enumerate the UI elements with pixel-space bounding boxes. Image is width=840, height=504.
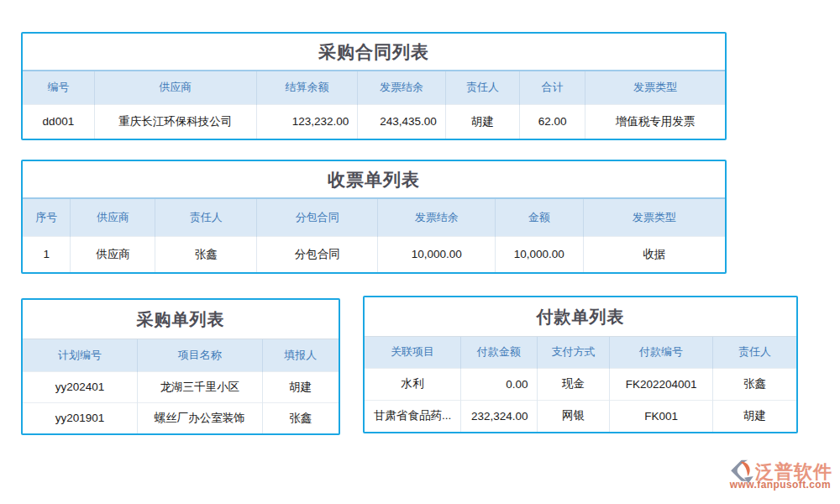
table-header-row: 计划编号项目名称填报人 xyxy=(23,339,339,371)
table-row[interactable]: 甘肃省食品药...232,324.00网银FK001胡建 xyxy=(365,400,796,432)
table-cell: 1 xyxy=(23,236,71,272)
column-header: 责任人 xyxy=(712,337,796,368)
column-header: 计划编号 xyxy=(23,339,137,371)
column-header: 发票结余 xyxy=(378,199,496,236)
column-header: 支付方式 xyxy=(537,337,610,368)
table-cell: 243,435.00 xyxy=(358,104,446,139)
column-header: 付款金额 xyxy=(461,337,537,368)
table-title: 收票单列表 xyxy=(23,161,725,199)
receipt-table: 序号供应商责任人分包合同发票结余金额发票类型1供应商张鑫分包合同10,000.0… xyxy=(23,199,725,272)
table-header-row: 序号供应商责任人分包合同发票结余金额发票类型 xyxy=(23,199,725,236)
table-cell: 现金 xyxy=(537,368,610,400)
column-header: 发票结余 xyxy=(358,71,446,104)
table-cell: 62.00 xyxy=(520,104,585,139)
purchase-order-table: 计划编号项目名称填报人yy202401龙湖三千里小区胡建yy201901螺丝厂办… xyxy=(23,339,339,433)
table-cell: 0.00 xyxy=(461,368,537,400)
logo-url: www.fanpusoft.com xyxy=(726,480,833,490)
table-title: 采购合同列表 xyxy=(23,34,725,71)
table-cell: 水利 xyxy=(365,368,461,400)
column-header: 编号 xyxy=(23,71,94,104)
table-cell: 供应商 xyxy=(71,236,155,272)
column-header: 序号 xyxy=(23,199,71,236)
column-header: 责任人 xyxy=(155,199,256,236)
purchase-order-list-panel: 采购单列表 计划编号项目名称填报人yy202401龙湖三千里小区胡建yy2019… xyxy=(21,298,340,435)
table-cell: 胡建 xyxy=(445,104,520,139)
column-header: 付款编号 xyxy=(610,337,712,368)
table-row[interactable]: yy202401龙湖三千里小区胡建 xyxy=(23,371,339,402)
table-cell: 分包合同 xyxy=(256,236,378,272)
table-row[interactable]: 1供应商张鑫分包合同10,000.0010,000.00收据 xyxy=(23,236,725,272)
table-cell: 收据 xyxy=(583,236,725,272)
column-header: 供应商 xyxy=(94,71,256,104)
payment-list-panel: 付款单列表 关联项目付款金额支付方式付款编号责任人水利0.00现金FK20220… xyxy=(363,296,798,433)
table-title: 采购单列表 xyxy=(23,300,339,339)
receipt-list-panel: 收票单列表 序号供应商责任人分包合同发票结余金额发票类型1供应商张鑫分包合同10… xyxy=(21,160,727,274)
column-header: 供应商 xyxy=(71,199,155,236)
table-cell: 胡建 xyxy=(262,371,339,402)
table-cell: 张鑫 xyxy=(155,236,256,272)
table-header-row: 编号供应商结算余额发票结余责任人合计发票类型 xyxy=(23,71,725,104)
table-cell: 甘肃省食品药... xyxy=(365,400,461,432)
fanpusoft-logo[interactable]: 泛普软件 www.fanpusoft.com xyxy=(726,459,833,490)
column-header: 结算余额 xyxy=(256,71,357,104)
table-cell: dd001 xyxy=(23,104,94,139)
table-cell: 张鑫 xyxy=(712,368,796,400)
table-cell: 10,000.00 xyxy=(378,236,496,272)
payment-table: 关联项目付款金额支付方式付款编号责任人水利0.00现金FK202204001张鑫… xyxy=(365,337,796,432)
column-header: 项目名称 xyxy=(137,339,262,371)
table-cell: FK202204001 xyxy=(610,368,712,400)
column-header: 发票类型 xyxy=(585,71,725,104)
table-cell: 123,232.00 xyxy=(256,104,357,139)
table-cell: 张鑫 xyxy=(262,402,339,433)
table-row[interactable]: 水利0.00现金FK202204001张鑫 xyxy=(365,368,796,400)
table-row[interactable]: yy201901螺丝厂办公室装饰张鑫 xyxy=(23,402,339,433)
column-header: 分包合同 xyxy=(256,199,378,236)
column-header: 金额 xyxy=(496,199,584,236)
column-header: 合计 xyxy=(520,71,585,104)
table-cell: yy202401 xyxy=(23,371,137,402)
table-cell: 龙湖三千里小区 xyxy=(137,371,262,402)
table-cell: 胡建 xyxy=(712,400,796,432)
table-cell: 螺丝厂办公室装饰 xyxy=(137,402,262,433)
table-cell: yy201901 xyxy=(23,402,137,433)
table-title: 付款单列表 xyxy=(365,297,796,337)
column-header: 发票类型 xyxy=(583,199,725,236)
table-cell: 10,000.00 xyxy=(496,236,584,272)
column-header: 填报人 xyxy=(262,339,339,371)
table-header-row: 关联项目付款金额支付方式付款编号责任人 xyxy=(365,337,796,368)
table-cell: 增值税专用发票 xyxy=(585,104,725,139)
table-cell: 重庆长江环保科技公司 xyxy=(94,104,256,139)
table-cell: 网银 xyxy=(537,400,610,432)
column-header: 关联项目 xyxy=(365,337,461,368)
purchase-contract-list-panel: 采购合同列表 编号供应商结算余额发票结余责任人合计发票类型dd001重庆长江环保… xyxy=(21,32,727,140)
table-row[interactable]: dd001重庆长江环保科技公司123,232.00243,435.00胡建62.… xyxy=(23,104,725,139)
column-header: 责任人 xyxy=(445,71,520,104)
table-cell: FK001 xyxy=(610,400,712,432)
table-cell: 232,324.00 xyxy=(461,400,537,432)
purchase-contract-table: 编号供应商结算余额发票结余责任人合计发票类型dd001重庆长江环保科技公司123… xyxy=(23,71,725,139)
